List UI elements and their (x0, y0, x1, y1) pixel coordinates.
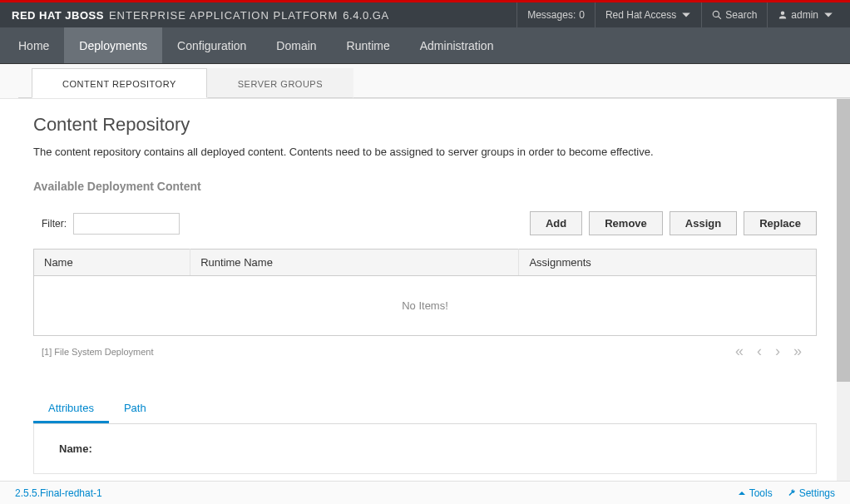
brand-eap: ENTERPRISE APPLICATION PLATFORM (109, 9, 338, 22)
messages-label: Messages: (527, 9, 576, 21)
sub-tab-server-groups[interactable]: SERVER GROUPS (207, 68, 353, 98)
chevron-down-icon (823, 10, 833, 20)
detail-tab-label: Path (124, 402, 146, 414)
brand-redhat: RED HAT (12, 9, 62, 22)
nav-label: Deployments (79, 39, 147, 52)
messages-menu[interactable]: Messages: 0 (516, 2, 595, 27)
nav-tab-home[interactable]: Home (0, 27, 64, 63)
nav-label: Configuration (177, 39, 246, 52)
content-area: Content Repository The content repositor… (0, 99, 850, 481)
detail-tab-attributes[interactable]: Attributes (33, 395, 109, 423)
section-subtitle: Available Deployment Content (33, 180, 817, 193)
detail-tab-path[interactable]: Path (109, 395, 161, 423)
caret-up-icon (738, 489, 746, 497)
sub-tab-label: SERVER GROUPS (238, 79, 323, 89)
settings-label: Settings (799, 487, 835, 499)
remove-button[interactable]: Remove (589, 211, 663, 235)
col-runtime-name[interactable]: Runtime Name (190, 250, 519, 276)
replace-button[interactable]: Replace (744, 211, 817, 235)
nav-label: Runtime (347, 39, 390, 52)
empty-table-message: No Items! (34, 276, 817, 336)
search-menu[interactable]: Search (701, 2, 767, 27)
user-menu[interactable]: admin (767, 2, 843, 27)
field-name-row: Name: (59, 442, 791, 455)
footer-version[interactable]: 2.5.5.Final-redhat-1 (15, 487, 102, 499)
sub-nav: CONTENT REPOSITORY SERVER GROUPS (0, 64, 850, 99)
user-icon (778, 10, 788, 20)
pager-first-icon[interactable]: « (729, 343, 750, 360)
search-label: Search (725, 9, 757, 21)
deployment-table: Name Runtime Name Assignments No Items! (33, 249, 817, 336)
footer-note: [1] File System Deployment (42, 347, 154, 357)
col-assignments[interactable]: Assignments (519, 250, 817, 276)
settings-link[interactable]: Settings (788, 487, 835, 499)
pager-prev-icon[interactable]: ‹ (750, 343, 768, 360)
wrench-icon (788, 489, 796, 497)
brand: RED HAT JBOSS ENTERPRISE APPLICATION PLA… (7, 9, 389, 22)
detail-tabs: Attributes Path (33, 395, 817, 424)
header-bar: RED HAT JBOSS ENTERPRISE APPLICATION PLA… (0, 2, 850, 27)
pager-last-icon[interactable]: » (787, 343, 808, 360)
tools-link[interactable]: Tools (738, 487, 773, 499)
nav-tab-runtime[interactable]: Runtime (332, 27, 405, 63)
filter-input[interactable] (73, 213, 180, 235)
access-label: Red Hat Access (605, 9, 676, 21)
assign-button[interactable]: Assign (670, 211, 737, 235)
nav-label: Domain (276, 39, 316, 52)
table-footer: [1] File System Deployment « ‹ › » (33, 343, 817, 360)
col-name[interactable]: Name (34, 250, 190, 276)
nav-tab-domain[interactable]: Domain (261, 27, 331, 63)
detail-body: Name: (33, 424, 817, 474)
scrollbar-thumb[interactable] (837, 99, 850, 382)
chevron-down-icon (681, 10, 691, 20)
nav-tab-configuration[interactable]: Configuration (162, 27, 261, 63)
search-icon (712, 10, 722, 20)
field-name-label: Name: (59, 442, 92, 455)
toolbar: Filter: Add Remove Assign Replace (33, 211, 817, 235)
add-button[interactable]: Add (530, 211, 582, 235)
main-nav: Home Deployments Configuration Domain Ru… (0, 27, 850, 64)
brand-jboss: JBOSS (65, 9, 104, 22)
tools-label: Tools (749, 487, 773, 499)
pager-next-icon[interactable]: › (768, 343, 787, 360)
messages-count: 0 (579, 9, 585, 21)
sub-tab-content-repository[interactable]: CONTENT REPOSITORY (32, 68, 207, 98)
nav-tab-administration[interactable]: Administration (405, 27, 509, 63)
page-description: The content repository contains all depl… (33, 146, 817, 158)
nav-label: Administration (420, 39, 494, 52)
filter-label: Filter: (42, 218, 67, 230)
detail-tab-label: Attributes (48, 402, 94, 414)
nav-tab-deployments[interactable]: Deployments (64, 27, 162, 63)
user-label: admin (791, 9, 818, 21)
page-title: Content Repository (33, 114, 817, 136)
brand-version: 6.4.0.GA (343, 9, 388, 22)
footer: 2.5.5.Final-redhat-1 Tools Settings (0, 481, 850, 504)
sub-tab-label: CONTENT REPOSITORY (62, 79, 176, 89)
redhat-access-menu[interactable]: Red Hat Access (595, 2, 701, 27)
nav-label: Home (18, 39, 49, 52)
